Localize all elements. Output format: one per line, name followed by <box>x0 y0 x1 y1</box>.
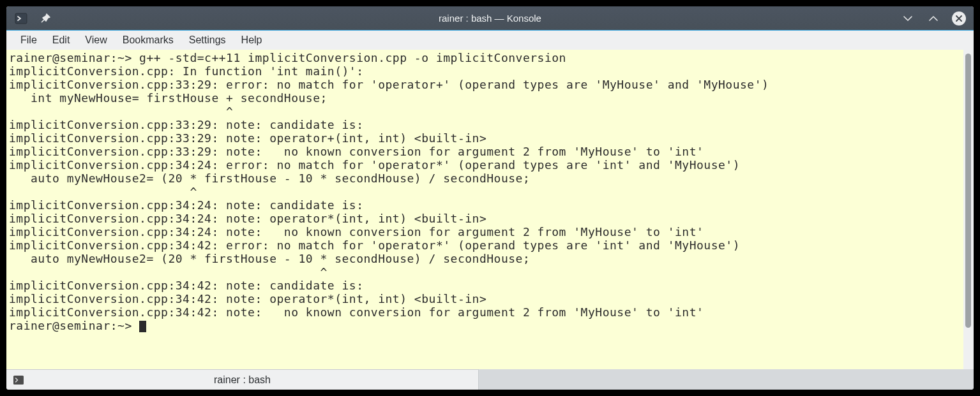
cursor <box>139 321 146 332</box>
scrollbar[interactable] <box>963 50 974 369</box>
scroll-thumb[interactable] <box>965 54 971 328</box>
close-icon[interactable] <box>952 11 966 26</box>
menu-settings[interactable]: Settings <box>181 32 234 48</box>
menu-edit[interactable]: Edit <box>45 32 78 48</box>
menu-view[interactable]: View <box>77 32 114 48</box>
konsole-window: rainer : bash — Konsole File Edit View B… <box>6 6 974 390</box>
terminal-icon <box>13 374 24 386</box>
window-title: rainer : bash — Konsole <box>6 13 974 24</box>
menu-help[interactable]: Help <box>234 32 270 48</box>
tabbar: rainer : bash <box>6 369 974 390</box>
maximize-icon[interactable] <box>926 11 940 26</box>
pin-icon[interactable] <box>38 11 52 26</box>
minimize-icon[interactable] <box>901 11 915 26</box>
terminal-prompt: rainer@seminar:~> <box>9 319 139 332</box>
app-menu-icon[interactable] <box>14 11 28 26</box>
titlebar[interactable]: rainer : bash — Konsole <box>6 6 974 31</box>
svg-rect-1 <box>13 376 24 385</box>
menu-file[interactable]: File <box>13 32 45 48</box>
menubar: File Edit View Bookmarks Settings Help <box>6 31 974 50</box>
svg-rect-0 <box>15 13 27 24</box>
tab-label: rainer : bash <box>214 374 271 386</box>
menu-bookmarks[interactable]: Bookmarks <box>115 32 181 48</box>
terminal-output[interactable]: rainer@seminar:~> g++ -std=c++11 implici… <box>6 50 963 369</box>
tab-active[interactable]: rainer : bash <box>6 369 479 390</box>
